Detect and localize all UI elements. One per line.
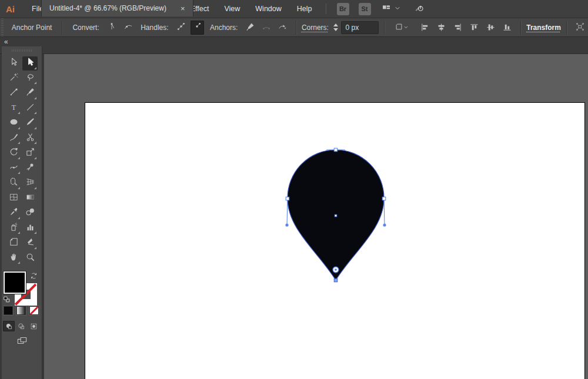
gradient-button[interactable] <box>16 306 26 315</box>
document-title: Untitled-4* @ 66.67% (RGB/Preview) <box>49 4 166 12</box>
isolate-object-button[interactable] <box>573 21 587 35</box>
anchors-label: Anchors: <box>210 24 238 32</box>
align-h-center-icon[interactable] <box>434 21 448 35</box>
default-fill-stroke-icon[interactable] <box>3 295 11 306</box>
tool-shaper[interactable] <box>6 131 21 145</box>
document-tab[interactable]: Untitled-4* @ 66.67% (RGB/Preview) × <box>41 0 193 16</box>
tool-artboard[interactable] <box>6 236 21 250</box>
selected-shape-map-pin[interactable] <box>44 54 588 379</box>
divider <box>566 21 567 35</box>
chevron-down-icon <box>394 5 401 14</box>
remove-anchor-icon <box>245 22 255 33</box>
remove-anchor-button[interactable] <box>243 21 257 35</box>
bridge-button[interactable]: Br <box>337 3 349 15</box>
tool-line-segment[interactable] <box>22 101 38 115</box>
none-button[interactable] <box>29 306 39 315</box>
align-h-right-icon[interactable] <box>450 21 465 35</box>
divider <box>296 21 296 35</box>
draw-behind-button[interactable] <box>15 321 27 331</box>
paint-mode-row <box>4 306 39 315</box>
cut-path-button[interactable] <box>276 21 289 35</box>
divider <box>62 21 62 35</box>
tool-rotate[interactable] <box>6 146 21 160</box>
draw-normal-button[interactable] <box>3 321 15 331</box>
toolbar-strip: T <box>0 54 44 379</box>
document-tab-bar <box>0 37 588 54</box>
tool-shape-builder[interactable] <box>6 176 21 190</box>
tool-width[interactable] <box>6 161 21 175</box>
menu-help[interactable]: Help <box>289 0 320 18</box>
stock-button[interactable]: St <box>359 3 371 15</box>
tool-scissors[interactable] <box>22 131 38 145</box>
convert-to-corner-button[interactable] <box>105 21 119 35</box>
tool-selection[interactable] <box>6 56 21 71</box>
panel-grip[interactable] <box>12 49 32 52</box>
divider <box>520 21 521 35</box>
convert-to-smooth-button[interactable] <box>121 21 135 35</box>
align-h-left-icon[interactable] <box>417 21 432 35</box>
corners-input[interactable] <box>341 21 379 34</box>
tool-direct-selection[interactable] <box>22 56 38 71</box>
show-handles-button[interactable] <box>175 21 188 35</box>
isolate-icon <box>576 22 584 33</box>
tool-mesh[interactable] <box>6 191 21 205</box>
close-tab-icon[interactable]: × <box>181 5 185 12</box>
tool-zoom[interactable] <box>22 251 38 265</box>
tool-scale[interactable] <box>22 146 38 160</box>
connect-anchors-button[interactable] <box>260 21 273 35</box>
tool-perspective-grid[interactable] <box>22 176 38 190</box>
transform-link[interactable]: Transform <box>526 24 561 32</box>
controlbar-grip[interactable] <box>0 18 5 36</box>
corners-stepper[interactable] <box>332 24 340 31</box>
tool-free-transform[interactable] <box>22 161 38 175</box>
swap-fill-stroke-icon[interactable] <box>30 271 38 282</box>
tool-gradient[interactable] <box>22 191 38 205</box>
fill-stroke-controls <box>2 271 42 348</box>
color-button[interactable] <box>4 306 13 315</box>
tool-column-graph[interactable] <box>22 221 38 235</box>
tool-lasso[interactable] <box>22 71 38 85</box>
cut-path-icon <box>278 22 287 33</box>
draw-inside-button[interactable] <box>28 321 39 331</box>
tool-slice[interactable] <box>22 236 38 250</box>
tool-hand[interactable] <box>6 251 21 265</box>
tools-grid: T <box>5 56 38 266</box>
menubar-divider <box>326 4 326 14</box>
convert-smooth-icon <box>123 22 133 33</box>
canvas-area[interactable] <box>44 54 588 379</box>
align-v-top-icon[interactable] <box>467 21 481 35</box>
hide-handles-icon <box>192 22 202 33</box>
tools-panel: T <box>2 46 42 379</box>
tool-eyedropper[interactable] <box>6 206 21 220</box>
workspace-switcher[interactable] <box>382 4 401 15</box>
screen-mode-button[interactable] <box>14 335 30 347</box>
align-v-middle-icon[interactable] <box>483 21 497 35</box>
hide-handles-button[interactable] <box>191 21 204 35</box>
menu-view[interactable]: View <box>216 0 248 18</box>
app-logo: Ai <box>0 4 24 14</box>
tool-curvature[interactable] <box>6 86 21 100</box>
corners-link[interactable]: Corners: <box>302 24 329 32</box>
connect-path-icon <box>262 22 271 33</box>
convert-label: Convert: <box>72 24 99 32</box>
gpu-performance-button[interactable] <box>414 3 424 15</box>
tool-ellipse[interactable] <box>6 116 21 130</box>
convert-corner-icon <box>107 22 116 33</box>
handles-label: Handles: <box>141 24 168 32</box>
tool-pen[interactable] <box>22 86 38 100</box>
workspace-icon <box>382 4 391 15</box>
context-label: Anchor Point <box>12 24 52 32</box>
divider <box>384 21 385 35</box>
align-v-bottom-icon[interactable] <box>500 21 514 35</box>
align-to-selection-dropdown[interactable] <box>391 21 412 35</box>
fill-swatch[interactable] <box>4 271 26 294</box>
tool-type[interactable]: T <box>6 101 21 115</box>
tool-magic-wand[interactable] <box>6 71 21 85</box>
tool-paintbrush[interactable] <box>22 116 38 130</box>
chevron-down-icon <box>403 24 409 32</box>
tool-symbol-sprayer[interactable] <box>6 221 21 235</box>
collapse-panel-icon[interactable]: « <box>4 38 8 46</box>
tool-blend[interactable] <box>22 206 38 220</box>
menu-window[interactable]: Window <box>248 0 289 18</box>
illustrator-window: Ai FileEditObjectTypeSelectEffectViewWin… <box>0 0 588 379</box>
